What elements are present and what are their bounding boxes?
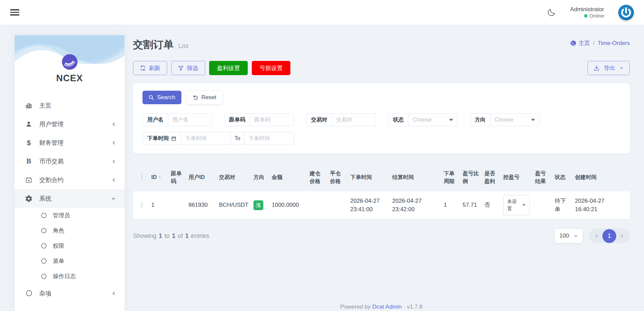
column-header: 下单时间 xyxy=(348,173,390,181)
sidebar-item-admins[interactable]: 管理员 xyxy=(15,208,125,223)
chart-bar-icon xyxy=(25,102,33,109)
page-subtitle: List xyxy=(178,42,188,50)
next-page-button[interactable]: › xyxy=(616,232,628,240)
sidebar-toggle-icon[interactable] xyxy=(10,9,19,16)
chevron-left-icon xyxy=(112,159,116,164)
filter-label: 状态 xyxy=(388,114,408,126)
filter-button[interactable]: 筛选 xyxy=(171,61,205,75)
search-panel: Search Reset 用户名 跟单码 xyxy=(133,83,630,153)
search-icon xyxy=(149,95,154,100)
filter-status: 状态 Choose xyxy=(388,113,458,126)
column-header: 是否盈利 xyxy=(482,170,501,185)
sidebar-subitem-label: 管理员 xyxy=(53,212,70,219)
column-header: 金额 xyxy=(269,173,307,181)
sidebar-item-users[interactable]: 用户管理 xyxy=(15,115,125,133)
download-icon xyxy=(594,65,600,71)
row-checkbox[interactable] xyxy=(141,201,142,208)
cell-pl-ratio: 57.71 xyxy=(460,201,482,209)
export-button[interactable]: 导出 xyxy=(587,61,630,75)
status-select[interactable]: Choose xyxy=(408,114,458,126)
sidebar-item-finance[interactable]: $ 财务管理 xyxy=(15,133,125,152)
filter-direction: 方向 Choose xyxy=(470,113,540,126)
chevron-left-icon xyxy=(112,140,116,145)
follow-code-input[interactable] xyxy=(250,114,294,126)
user-status-label: Online xyxy=(590,13,604,19)
dollar-icon: $ xyxy=(25,139,33,146)
date-to-label: To xyxy=(230,132,244,145)
cell-user-id: 861930 xyxy=(186,201,216,209)
caret-down-icon xyxy=(531,119,535,121)
dcat-admin-link[interactable]: Dcat Admin xyxy=(372,304,402,310)
filter-label: 用户名 xyxy=(143,114,168,126)
pair-input[interactable] xyxy=(332,114,376,126)
prev-page-button[interactable]: ‹ xyxy=(591,232,602,240)
username-input[interactable] xyxy=(168,114,212,126)
loss-setting-button[interactable]: 亏损设置 xyxy=(252,61,290,75)
sidebar-logo-area: NCEX xyxy=(15,35,125,89)
sidebar-item-roles[interactable]: 角色 xyxy=(15,223,125,238)
sidebar-item-system[interactable]: 系统 xyxy=(15,189,125,208)
column-header: 状态 xyxy=(552,173,572,181)
column-header: 交易对 xyxy=(216,173,251,181)
version-label: v1.7.8 xyxy=(407,304,422,310)
sidebar-item-home[interactable]: 主页 xyxy=(15,96,125,115)
sidebar-item-label: 币币交易 xyxy=(39,157,64,165)
sidebar-item-operation-log[interactable]: 操作日志 xyxy=(15,269,125,284)
select-all-checkbox[interactable] xyxy=(141,174,142,180)
circle-icon xyxy=(41,213,47,218)
column-header: 创建时间 xyxy=(572,173,630,181)
sidebar-item-label: 主页 xyxy=(39,102,51,110)
circle-icon xyxy=(25,290,33,296)
column-header: 跟单码 xyxy=(168,170,186,185)
dark-mode-toggle[interactable] xyxy=(547,8,556,17)
sidebar-item-spot-trading[interactable]: B 币币交易 xyxy=(15,152,125,171)
circle-icon xyxy=(41,258,47,264)
profit-setting-button[interactable]: 盈利设置 xyxy=(209,61,248,75)
reset-button[interactable]: Reset xyxy=(186,91,223,104)
column-header: 下单周期 xyxy=(441,170,460,185)
chevron-left-icon xyxy=(112,291,116,296)
table-row: 1 861930 BCH/USDT 涨 1000.0000 2026-04-27… xyxy=(133,191,630,219)
order-time-from-input[interactable] xyxy=(181,132,230,145)
cell-period: 1 xyxy=(441,201,460,209)
sidebar-item-misc[interactable]: 杂项 xyxy=(15,284,125,303)
refresh-button[interactable]: 刷新 xyxy=(133,61,167,75)
topbar: Administrator Online xyxy=(0,0,644,25)
funnel-icon xyxy=(178,65,184,71)
sidebar-item-label: 财务管理 xyxy=(39,139,64,147)
control-pl-select[interactable]: 未设置 xyxy=(503,195,530,215)
cell-order-time: 2026-04-27 23:41:00 xyxy=(348,197,390,214)
chevron-left-icon xyxy=(112,122,116,127)
pagination: ‹ 1 › xyxy=(589,228,630,243)
sidebar-item-permissions[interactable]: 权限 xyxy=(15,238,125,253)
sidebar-subitem-label: 权限 xyxy=(53,242,64,250)
powered-by: Powered by Dcat Admin · v1.7.8 xyxy=(133,304,630,310)
cell-created-at: 2026-04-27 16:40:21 xyxy=(572,197,630,214)
current-page-button[interactable]: 1 xyxy=(602,229,616,243)
cell-id: 1 xyxy=(149,201,168,209)
breadcrumb-home-link[interactable]: 主页 xyxy=(570,39,590,47)
user-avatar[interactable] xyxy=(618,5,634,20)
circle-icon xyxy=(41,273,47,279)
search-button[interactable]: Search xyxy=(142,91,181,104)
order-time-to-input[interactable] xyxy=(244,132,294,145)
cell-pair: BCH/USDT xyxy=(216,201,251,209)
column-header-id[interactable]: ID ↑ xyxy=(149,173,168,181)
cell-amount: 1000.0000 xyxy=(269,201,307,209)
chevron-down-icon xyxy=(111,197,116,201)
column-header: 控盈亏 xyxy=(501,173,532,181)
chevron-down-icon xyxy=(619,66,624,70)
filter-label: 交易对 xyxy=(307,114,332,126)
filter-label: 跟单码 xyxy=(225,114,250,126)
breadcrumb-current: Time-Orders xyxy=(598,40,630,47)
bitcoin-icon: B xyxy=(25,158,33,165)
caret-down-icon xyxy=(449,119,453,121)
direction-select[interactable]: Choose xyxy=(490,114,539,126)
sidebar-item-delivery-contract[interactable]: 交割合约 xyxy=(15,171,125,189)
sidebar-item-label: 系统 xyxy=(39,195,51,203)
per-page-select[interactable]: 100 xyxy=(555,229,583,243)
calendar-x-icon xyxy=(25,177,33,183)
column-header: 平仓价格 xyxy=(327,170,348,185)
sidebar-item-menu[interactable]: 菜单 xyxy=(15,253,125,269)
filter-pair: 交易对 xyxy=(306,113,376,126)
